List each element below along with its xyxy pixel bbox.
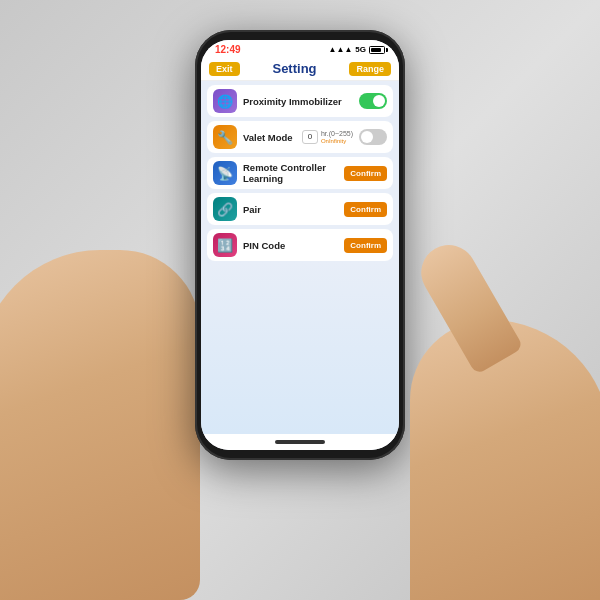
- valet-hints: hr.(0~255) OnInfinity: [321, 130, 353, 144]
- setting-row-valet[interactable]: 🔧 Valet Mode 0 hr.(0~255) OnInfinity: [207, 121, 393, 153]
- valet-input: 0 hr.(0~255) OnInfinity: [302, 130, 353, 144]
- remote-label: Remote Controller Learning: [243, 162, 338, 184]
- pair-icon: 🔗: [213, 197, 237, 221]
- status-icons: ▲▲▲ 5G: [329, 45, 385, 54]
- valet-label: Valet Mode: [243, 132, 296, 143]
- proximity-toggle[interactable]: [359, 93, 387, 109]
- status-bar: 12:49 ▲▲▲ 5G: [201, 40, 399, 57]
- remote-icon: 📡: [213, 161, 237, 185]
- range-button[interactable]: Range: [349, 62, 391, 76]
- bottom-area: [201, 262, 399, 435]
- battery-fill: [371, 48, 381, 52]
- pair-label: Pair: [243, 204, 338, 215]
- 5g-label: 5G: [355, 45, 366, 54]
- pair-confirm-button[interactable]: Confirm: [344, 202, 387, 217]
- proximity-icon: 🌐: [213, 89, 237, 113]
- signal-icon: ▲▲▲: [329, 45, 353, 54]
- setting-row-pin[interactable]: 🔢 PIN Code Confirm: [207, 229, 393, 261]
- valet-icon: 🔧: [213, 125, 237, 149]
- remote-confirm-button[interactable]: Confirm: [344, 166, 387, 181]
- exit-button[interactable]: Exit: [209, 62, 240, 76]
- proximity-label: Proximity Immobilizer: [243, 96, 353, 107]
- app-header: Exit Setting Range: [201, 57, 399, 81]
- valet-value[interactable]: 0: [302, 130, 318, 144]
- valet-toggle[interactable]: [359, 129, 387, 145]
- home-indicator[interactable]: [275, 440, 325, 444]
- pin-confirm-button[interactable]: Confirm: [344, 238, 387, 253]
- valet-hint2: OnInfinity: [321, 138, 353, 144]
- status-time: 12:49: [215, 44, 241, 55]
- setting-row-remote[interactable]: 📡 Remote Controller Learning Confirm: [207, 157, 393, 189]
- setting-row-pair[interactable]: 🔗 Pair Confirm: [207, 193, 393, 225]
- hand-right: [410, 320, 600, 600]
- pin-icon: 🔢: [213, 233, 237, 257]
- phone: 12:49 ▲▲▲ 5G Exit Setting Range: [195, 30, 405, 460]
- phone-screen: 12:49 ▲▲▲ 5G Exit Setting Range: [201, 40, 399, 450]
- hand-left: [0, 250, 200, 600]
- valet-hint: hr.(0~255): [321, 130, 353, 138]
- pin-label: PIN Code: [243, 240, 338, 251]
- battery-icon: [369, 46, 385, 54]
- settings-list: 🌐 Proximity Immobilizer 🔧 Valet Mode 0 h…: [201, 81, 399, 262]
- setting-row-proximity[interactable]: 🌐 Proximity Immobilizer: [207, 85, 393, 117]
- header-title: Setting: [272, 61, 316, 76]
- bottom-bar: [201, 434, 399, 450]
- pointing-finger: [411, 235, 524, 375]
- scene: 12:49 ▲▲▲ 5G Exit Setting Range: [0, 0, 600, 600]
